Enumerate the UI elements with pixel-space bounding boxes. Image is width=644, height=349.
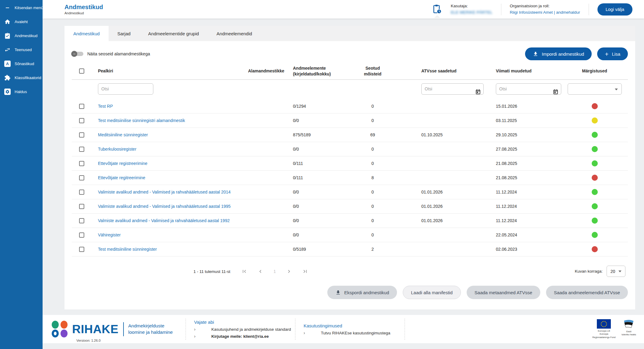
page-number[interactable]: 1 — [273, 269, 276, 274]
elements-cell: 0/0 — [289, 232, 339, 237]
modified-cell: 29.10.2025 — [484, 132, 561, 137]
version-label: Versioon: 1.26.0 — [76, 339, 101, 342]
row-checkbox[interactable] — [79, 132, 84, 138]
row-checkbox[interactable] — [79, 175, 84, 180]
footer-link[interactable]: › Kirjutage meile: klient@ria.ee — [194, 334, 295, 339]
add-button[interactable]: + Lisa — [597, 47, 628, 60]
sidebar-item-haldus[interactable]: Haldus — [0, 85, 43, 99]
concepts-cell: 0 — [339, 104, 406, 109]
table-row: Tuberkuloosiregister 0/0 0 27.08.2025 — [72, 142, 628, 156]
sidebar-item-avaleht[interactable]: Avaleht — [0, 15, 43, 29]
user-label: Kasutaja: — [451, 4, 493, 9]
ekspordi-andmestikud-button[interactable]: Ekspordi andmestikud — [327, 286, 397, 299]
card-body: − Näita seoseid alamandmestikega Impordi… — [64, 41, 635, 309]
row-checkbox[interactable] — [79, 232, 84, 238]
status-dot — [592, 117, 598, 124]
row-checkbox[interactable] — [79, 190, 84, 195]
row-checkbox[interactable] — [79, 161, 84, 166]
status-filter-select[interactable] — [568, 83, 622, 95]
column-atvsse-saadetud: ATVsse saadetud — [406, 68, 484, 74]
terms-links: › Tutvu RIHAKEse kasutustingimustega — [304, 330, 405, 335]
elements-cell: 0/1294 — [289, 104, 339, 109]
sidebar-item-teenused[interactable]: Teenused — [0, 43, 43, 57]
footer-link[interactable]: › Tutvu RIHAKEse kasutustingimustega — [304, 330, 405, 335]
tab-andmestikud[interactable]: Andmestikud — [64, 26, 109, 41]
import-label: Impordi andmestikud — [542, 51, 584, 57]
sidebar-item-kitsendan-menuu[interactable]: Kitsendan menüü — [0, 1, 43, 15]
table-row: Vähiregister 0/0 0 22.05.2024 — [72, 228, 628, 242]
plus-icon: + — [605, 51, 608, 57]
status-dot — [592, 203, 598, 209]
concepts-cell: 0 — [339, 218, 406, 223]
dataset-title-link[interactable]: Test meditsiinilise sünniregistri alaman… — [98, 116, 185, 125]
footer-link[interactable]: › Kasutusjuhend ja andmekirjelduse stand… — [194, 327, 295, 332]
row-checkbox[interactable] — [79, 218, 84, 223]
pagination: 1 - 11 tulemust 11-st 1 Kuvan korraga: 2… — [72, 265, 628, 278]
dataset-title-link[interactable]: Meditsiiniline sünniregister — [98, 131, 148, 139]
add-label: Lisa — [612, 51, 620, 57]
modified-cell: 03.11.2025 — [484, 118, 561, 123]
atv-date-input[interactable] — [421, 83, 484, 95]
user-block: Kasutaja: ELE MERIKE PÄRTEL — [451, 4, 493, 15]
previous-page-icon[interactable] — [257, 268, 263, 274]
page-size-select[interactable]: 20 — [607, 266, 625, 277]
sidebar-item-klassifikaatorid[interactable]: Klassifikaatorid — [0, 71, 43, 85]
dataset-title-link[interactable]: Vähiregister — [98, 231, 121, 239]
last-page-icon[interactable] — [302, 268, 308, 274]
dataset-title-link[interactable]: Test meditsiiniline sünniregister — [98, 245, 157, 254]
dataset-title-link[interactable]: Ettevõtjate registreerimine — [98, 159, 148, 168]
toggle-switch-icon[interactable]: − — [72, 51, 83, 57]
column-andmeelemente: Andmeelemente (kirjeldatud/kokku) — [289, 65, 339, 77]
logo-divider — [123, 322, 124, 336]
saada-andmeelemendid-atvsse-button[interactable]: Saada andmeelemendid ATVsse — [546, 286, 628, 299]
dataset-title-link[interactable]: Tuberkuloosiregister — [98, 145, 136, 154]
calendar-icon — [553, 89, 559, 95]
dataset-title-link[interactable]: Test RP — [98, 102, 113, 111]
import-datasets-button[interactable]: Impordi andmestikud — [525, 47, 592, 60]
dataset-title-link[interactable]: Ettevõtjate regitreerimine — [98, 173, 145, 182]
laadi-alla-manifestid-button[interactable]: Laadi alla manifestid — [403, 286, 461, 299]
footer: RIHAKE Andmekirjelduste loomine ja halda… — [43, 315, 644, 343]
atv-sent-cell: 01.10.2025 — [406, 132, 484, 137]
dataset-title-link[interactable]: Valmiste avalikud andmed - Valimised ja … — [98, 216, 230, 225]
modified-cell: 15.01.2026 — [484, 104, 561, 109]
atv-sent-cell: 01.01.2026 — [406, 218, 484, 223]
concepts-cell: 0 — [339, 204, 406, 209]
next-page-icon[interactable] — [286, 268, 292, 274]
table-header: Pealkiri Alamandmestikke Andmeelemente (… — [72, 63, 628, 80]
swap-arrows-icon — [4, 46, 11, 53]
dataset-title-link[interactable]: Valimiste avalikud andmed - Valimised ja… — [98, 202, 231, 211]
modified-date-input[interactable] — [496, 83, 561, 95]
row-checkbox[interactable] — [79, 147, 84, 152]
row-checkbox[interactable] — [79, 118, 84, 123]
sidebar-item-andmestikud[interactable]: Andmestikud — [0, 29, 43, 43]
select-all-checkbox[interactable] — [79, 68, 84, 74]
logout-button[interactable]: Logi välja — [597, 3, 632, 16]
eu-flag-logo: Euroopa Liit Euroopa Regionaalarengu Fon… — [592, 319, 615, 339]
elements-cell: 0/111 — [289, 161, 339, 166]
row-checkbox[interactable] — [79, 247, 84, 252]
tooltip-pointer — [434, 15, 440, 18]
tab-sarjad[interactable]: Sarjad — [109, 26, 139, 41]
filter-row — [72, 80, 628, 99]
sidebar-item-sonastikud[interactable]: A Sõnastikud — [0, 57, 43, 71]
dataset-title-link[interactable]: Valimiste avalikud andmed - Valimised ja… — [98, 188, 231, 197]
clipboard-clock-icon[interactable] — [432, 4, 442, 15]
saada-metaandmed-atvsse-button[interactable]: Saada metaandmed ATVsse — [467, 286, 540, 299]
concepts-cell: 0 — [339, 161, 406, 166]
org-value[interactable]: Riigi Infosüsteemi Amet | andmehaldur — [510, 10, 580, 15]
results-summary: 1 - 11 tulemust 11-st — [193, 269, 230, 274]
chevron-down-icon — [618, 270, 621, 272]
tab-andmeelementide-grupid[interactable]: Andmeelementide grupid — [139, 26, 208, 41]
row-checkbox[interactable] — [79, 104, 84, 109]
first-page-icon[interactable] — [241, 268, 247, 274]
row-checkbox[interactable] — [79, 204, 84, 209]
table-row: Test meditsiinilise sünniregistri alaman… — [72, 113, 628, 128]
toolbar-buttons: Impordi andmestikud + Lisa — [525, 47, 628, 60]
elements-cell: 0/0 — [289, 190, 339, 194]
show-subdatasets-toggle[interactable]: − Näita seoseid alamandmestikega — [72, 51, 150, 57]
title-search-input[interactable] — [98, 83, 153, 95]
elements-cell: 0/0 — [289, 147, 339, 152]
concepts-cell: 0 — [339, 190, 406, 194]
tab-andmeelemendid[interactable]: Andmeelemendid — [208, 26, 261, 41]
